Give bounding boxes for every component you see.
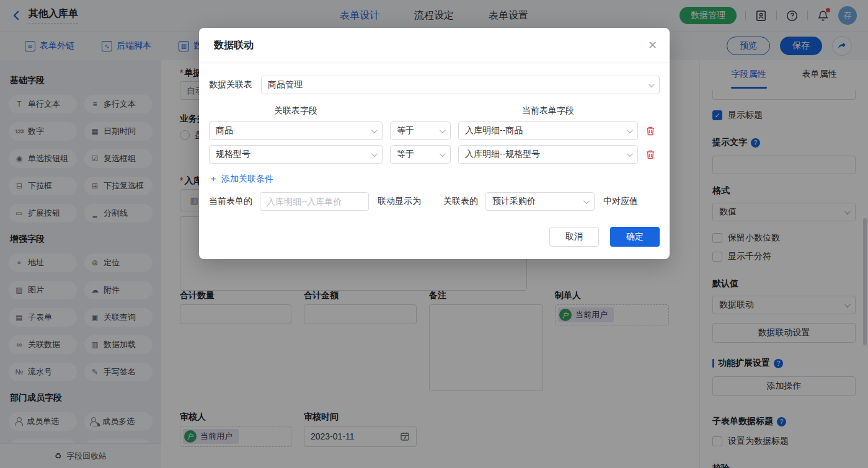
chevron-down-icon xyxy=(440,127,446,133)
close-icon[interactable]: ✕ xyxy=(648,40,657,51)
delete-condition-icon[interactable] xyxy=(645,126,655,136)
mapping-middle: 联动显示为 xyxy=(378,196,421,207)
confirm-button[interactable]: 确定 xyxy=(610,227,660,247)
dialog-title: 数据联动 xyxy=(214,39,254,52)
condition-right-select[interactable]: 入库明细--商品 xyxy=(458,121,638,140)
delete-condition-icon[interactable] xyxy=(645,149,655,160)
mapping-field-input[interactable] xyxy=(260,192,369,211)
chevron-down-icon xyxy=(371,127,378,133)
condition-row: 规格型号等于入库明细--规格型号 xyxy=(209,145,660,164)
chevron-down-icon xyxy=(583,198,590,204)
condition-row: 商品等于入库明细--商品 xyxy=(209,121,660,140)
condition-right-select[interactable]: 入库明细--规格型号 xyxy=(458,145,638,164)
mapping-value-select[interactable]: 预计采购价 xyxy=(485,192,595,211)
chevron-down-icon xyxy=(440,151,446,157)
related-table-field-header: 关联表字段 xyxy=(209,105,383,117)
condition-left-select[interactable]: 商品 xyxy=(209,121,383,140)
data-linkage-dialog: 数据联动 ✕ 数据关联表 商品管理 关联表字段 当前表单字段 商品等于入库明细-… xyxy=(199,28,670,259)
add-condition-link[interactable]: ＋ 添加关联条件 xyxy=(209,174,660,185)
condition-left-select[interactable]: 规格型号 xyxy=(209,145,383,164)
form-designer-app: 其他入库单 表单设计流程设定表单设置 数据管理 存 ∞表单外链∿后端脚本▥数据权… xyxy=(0,0,868,468)
chevron-down-icon xyxy=(649,81,655,87)
cancel-button[interactable]: 取消 xyxy=(549,227,599,247)
chevron-down-icon xyxy=(371,151,378,157)
link-table-label: 数据关联表 xyxy=(209,79,252,91)
current-form-field-header: 当前表单字段 xyxy=(458,105,638,117)
condition-operator-select[interactable]: 等于 xyxy=(390,145,451,164)
mapping-prefix: 当前表单的 xyxy=(209,196,252,207)
plus-icon: ＋ xyxy=(209,174,218,185)
mapping-suffix: 中对应值 xyxy=(603,196,638,207)
link-table-select[interactable]: 商品管理 xyxy=(261,76,660,94)
condition-operator-select[interactable]: 等于 xyxy=(390,121,451,140)
chevron-down-icon xyxy=(627,127,633,133)
mapping-table-label: 关联表的 xyxy=(443,196,478,207)
chevron-down-icon xyxy=(627,151,633,157)
